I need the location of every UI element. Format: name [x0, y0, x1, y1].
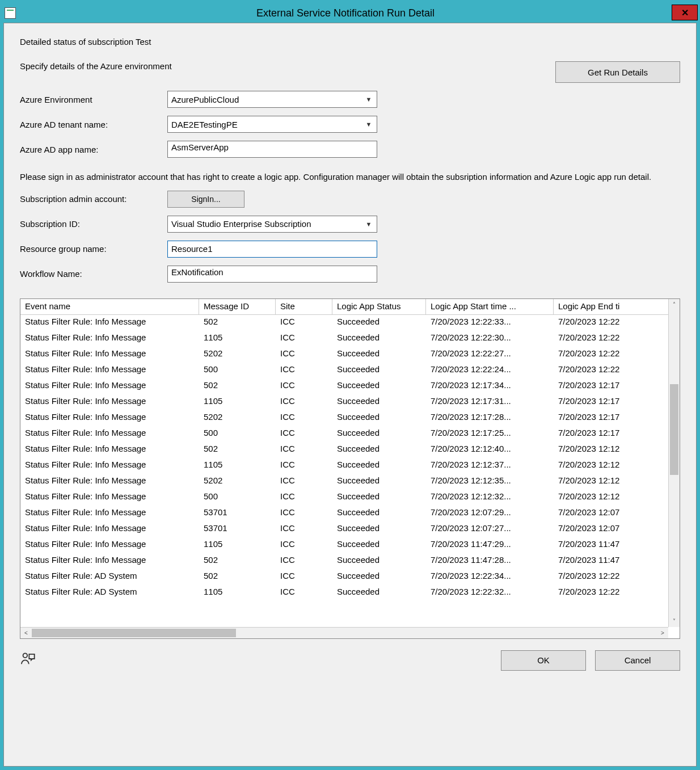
cell-event: Status Filter Rule: Info Message — [20, 537, 199, 553]
subscription-id-value: Visual Studio Enterprise Subscription — [171, 219, 311, 229]
table-row[interactable]: Status Filter Rule: Info Message500ICCSu… — [20, 490, 668, 506]
cell-end: 7/20/2023 12:22 — [554, 363, 661, 378]
azure-environment-label: Azure Environment — [20, 95, 167, 104]
table-row[interactable]: Status Filter Rule: Info Message1105ICCS… — [20, 394, 668, 410]
get-run-details-button[interactable]: Get Run Details — [555, 61, 680, 83]
azure-environment-combo[interactable]: AzurePublicCloud ▼ — [167, 91, 377, 108]
cell-event: Status Filter Rule: Info Message — [20, 490, 199, 506]
vertical-scrollbar[interactable]: ˄ ˅ — [668, 299, 680, 627]
cell-status: Succeeded — [332, 474, 426, 490]
cell-event: Status Filter Rule: AD System — [20, 585, 199, 601]
table-row[interactable]: Status Filter Rule: Info Message53701ICC… — [20, 521, 668, 537]
resource-group-label: Resource group name: — [20, 244, 167, 254]
table-row[interactable]: Status Filter Rule: Info Message502ICCSu… — [20, 442, 668, 458]
tenant-combo[interactable]: DAE2ETestingPE ▼ — [167, 116, 377, 133]
scroll-down-icon[interactable]: ˅ — [669, 616, 680, 627]
tenant-value: DAE2ETestingPE — [171, 120, 238, 129]
table-row[interactable]: Status Filter Rule: Info Message500ICCSu… — [20, 363, 668, 378]
cell-end: 7/20/2023 12:12 — [554, 490, 661, 506]
column-header-start-time[interactable]: Logic App Start time ... — [426, 299, 554, 314]
table-row[interactable]: Status Filter Rule: Info Message500ICCSu… — [20, 426, 668, 442]
vertical-scroll-thumb[interactable] — [670, 384, 678, 475]
table-row[interactable]: Status Filter Rule: Info Message502ICCSu… — [20, 315, 668, 331]
chevron-down-icon: ▼ — [363, 96, 374, 103]
scroll-up-icon[interactable]: ˄ — [669, 299, 680, 310]
column-header-message-id[interactable]: Message ID — [199, 299, 276, 314]
horizontal-scroll-track[interactable] — [32, 628, 657, 638]
cell-start: 7/20/2023 11:47:28... — [426, 553, 554, 569]
user-feedback-icon[interactable] — [20, 651, 36, 670]
column-header-site[interactable]: Site — [276, 299, 332, 314]
cell-end: 7/20/2023 12:17 — [554, 394, 661, 410]
titlebar[interactable]: External Service Notification Run Detail… — [3, 3, 697, 23]
table-row[interactable]: Status Filter Rule: Info Message53701ICC… — [20, 506, 668, 521]
cell-start: 7/20/2023 12:22:32... — [426, 585, 554, 601]
cell-msg: 5202 — [199, 347, 276, 363]
table-row[interactable]: Status Filter Rule: Info Message502ICCSu… — [20, 553, 668, 569]
cell-status: Succeeded — [332, 378, 426, 394]
horizontal-scrollbar[interactable]: < > — [20, 627, 668, 638]
close-button[interactable]: ✕ — [672, 5, 698, 20]
cell-end: 7/20/2023 12:22 — [554, 347, 661, 363]
chevron-down-icon: ▼ — [363, 121, 374, 128]
cell-site: ICC — [276, 363, 332, 378]
table-row[interactable]: Status Filter Rule: Info Message1105ICCS… — [20, 331, 668, 347]
workflow-name-value: ExNotification — [171, 267, 224, 277]
table-row[interactable]: Status Filter Rule: AD System502ICCSucce… — [20, 569, 668, 585]
azure-env-instruction: Specify details of the Azure environment — [20, 61, 172, 71]
workflow-name-field: ExNotification — [167, 266, 377, 283]
horizontal-scroll-thumb[interactable] — [32, 629, 236, 637]
ok-button[interactable]: OK — [501, 650, 586, 671]
cell-msg: 1105 — [199, 394, 276, 410]
table-body: Status Filter Rule: Info Message502ICCSu… — [20, 315, 668, 627]
cell-start: 7/20/2023 12:17:31... — [426, 394, 554, 410]
table-row[interactable]: Status Filter Rule: Info Message1105ICCS… — [20, 458, 668, 474]
cell-start: 7/20/2023 12:17:28... — [426, 410, 554, 426]
column-header-event[interactable]: Event name — [20, 299, 199, 314]
cell-site: ICC — [276, 315, 332, 331]
table-row[interactable]: Status Filter Rule: Info Message5202ICCS… — [20, 410, 668, 426]
cell-msg: 500 — [199, 426, 276, 442]
table-row[interactable]: Status Filter Rule: Info Message1105ICCS… — [20, 537, 668, 553]
cell-status: Succeeded — [332, 315, 426, 331]
cell-status: Succeeded — [332, 426, 426, 442]
column-header-status[interactable]: Logic App Status — [332, 299, 426, 314]
scroll-right-icon[interactable]: > — [657, 627, 668, 638]
resource-group-input[interactable] — [167, 241, 377, 258]
table-row[interactable]: Status Filter Rule: Info Message502ICCSu… — [20, 378, 668, 394]
client-area: Detailed status of subscription Test Spe… — [3, 23, 697, 767]
cell-site: ICC — [276, 347, 332, 363]
scroll-left-icon[interactable]: < — [20, 627, 32, 638]
app-name-value: AsmServerApp — [171, 142, 229, 152]
tenant-label: Azure AD tenant name: — [20, 120, 167, 129]
cell-start: 7/20/2023 12:22:27... — [426, 347, 554, 363]
cell-msg: 5202 — [199, 474, 276, 490]
signin-button[interactable]: SignIn... — [167, 191, 244, 208]
dialog-footer: OK Cancel — [20, 650, 680, 671]
cell-site: ICC — [276, 490, 332, 506]
table-row[interactable]: Status Filter Rule: Info Message5202ICCS… — [20, 347, 668, 363]
cell-site: ICC — [276, 394, 332, 410]
cell-end: 7/20/2023 11:47 — [554, 553, 661, 569]
cell-site: ICC — [276, 331, 332, 347]
cell-end: 7/20/2023 12:22 — [554, 331, 661, 347]
cell-event: Status Filter Rule: Info Message — [20, 442, 199, 458]
table-row[interactable]: Status Filter Rule: Info Message5202ICCS… — [20, 474, 668, 490]
cell-start: 7/20/2023 12:22:30... — [426, 331, 554, 347]
cell-event: Status Filter Rule: Info Message — [20, 331, 199, 347]
cell-end: 7/20/2023 12:17 — [554, 410, 661, 426]
table-row[interactable]: Status Filter Rule: AD System1105ICCSucc… — [20, 585, 668, 601]
cell-msg: 502 — [199, 315, 276, 331]
cell-msg: 502 — [199, 378, 276, 394]
cell-event: Status Filter Rule: Info Message — [20, 315, 199, 331]
column-header-end-time[interactable]: Logic App End ti — [554, 299, 661, 314]
cell-event: Status Filter Rule: Info Message — [20, 506, 199, 521]
cell-site: ICC — [276, 426, 332, 442]
cell-end: 7/20/2023 12:22 — [554, 315, 661, 331]
cell-status: Succeeded — [332, 410, 426, 426]
cell-event: Status Filter Rule: Info Message — [20, 474, 199, 490]
cancel-button[interactable]: Cancel — [595, 650, 680, 671]
subscription-id-combo[interactable]: Visual Studio Enterprise Subscription ▼ — [167, 216, 377, 233]
cell-end: 7/20/2023 12:17 — [554, 426, 661, 442]
cell-msg: 1105 — [199, 585, 276, 601]
